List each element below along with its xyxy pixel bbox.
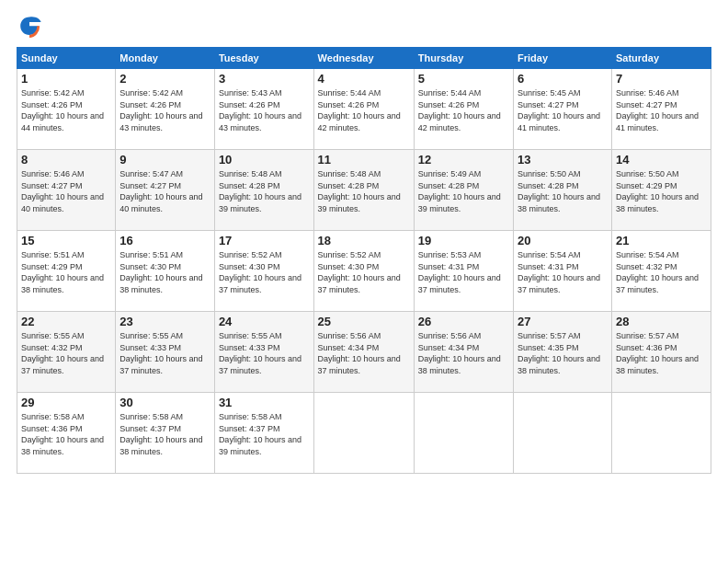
calendar-week-row: 22 Sunrise: 5:55 AMSunset: 4:32 PMDaylig… (17, 312, 711, 393)
day-number: 11 (318, 153, 410, 167)
calendar-cell: 27 Sunrise: 5:57 AMSunset: 4:35 PMDaylig… (514, 312, 612, 393)
calendar-cell: 20 Sunrise: 5:54 AMSunset: 4:31 PMDaylig… (514, 231, 612, 312)
calendar-cell: 29 Sunrise: 5:58 AMSunset: 4:36 PMDaylig… (17, 393, 116, 474)
day-info: Sunrise: 5:46 AMSunset: 4:27 PMDaylight:… (21, 169, 104, 213)
calendar-cell: 2 Sunrise: 5:42 AMSunset: 4:26 PMDayligh… (116, 69, 215, 150)
day-number: 3 (219, 72, 310, 86)
day-number: 18 (318, 234, 410, 247)
day-number: 31 (219, 396, 310, 409)
day-number: 7 (616, 72, 707, 86)
calendar-header-cell: Friday (514, 48, 612, 69)
day-info: Sunrise: 5:50 AMSunset: 4:29 PMDaylight:… (616, 169, 699, 213)
calendar-cell: 5 Sunrise: 5:44 AMSunset: 4:26 PMDayligh… (414, 69, 513, 150)
day-info: Sunrise: 5:50 AMSunset: 4:28 PMDaylight:… (518, 169, 600, 213)
day-number: 25 (318, 315, 410, 328)
calendar-cell: 6 Sunrise: 5:45 AMSunset: 4:27 PMDayligh… (514, 69, 612, 150)
calendar-cell (313, 393, 414, 474)
calendar-cell: 7 Sunrise: 5:46 AMSunset: 4:27 PMDayligh… (611, 69, 711, 150)
calendar-cell (611, 393, 711, 474)
day-info: Sunrise: 5:43 AMSunset: 4:26 PMDaylight:… (219, 88, 301, 132)
calendar-cell: 1 Sunrise: 5:42 AMSunset: 4:26 PMDayligh… (17, 69, 116, 150)
day-number: 15 (21, 234, 111, 247)
day-number: 4 (318, 72, 410, 86)
calendar-cell: 23 Sunrise: 5:55 AMSunset: 4:33 PMDaylig… (116, 312, 215, 393)
calendar-body: 1 Sunrise: 5:42 AMSunset: 4:26 PMDayligh… (17, 69, 711, 474)
day-info: Sunrise: 5:44 AMSunset: 4:26 PMDaylight:… (318, 88, 401, 132)
calendar-cell: 16 Sunrise: 5:51 AMSunset: 4:30 PMDaylig… (116, 231, 215, 312)
day-info: Sunrise: 5:42 AMSunset: 4:26 PMDaylight:… (21, 88, 104, 132)
day-info: Sunrise: 5:53 AMSunset: 4:31 PMDaylight:… (418, 250, 501, 294)
calendar-week-row: 15 Sunrise: 5:51 AMSunset: 4:29 PMDaylig… (17, 231, 711, 312)
day-number: 12 (418, 153, 509, 167)
calendar-cell: 4 Sunrise: 5:44 AMSunset: 4:26 PMDayligh… (313, 69, 414, 150)
day-number: 13 (518, 153, 608, 167)
calendar-cell (514, 393, 612, 474)
calendar-cell: 3 Sunrise: 5:43 AMSunset: 4:26 PMDayligh… (214, 69, 313, 150)
calendar-cell: 24 Sunrise: 5:55 AMSunset: 4:33 PMDaylig… (214, 312, 313, 393)
calendar-cell: 28 Sunrise: 5:57 AMSunset: 4:36 PMDaylig… (611, 312, 711, 393)
day-number: 16 (119, 234, 210, 247)
day-number: 22 (21, 315, 111, 328)
day-info: Sunrise: 5:48 AMSunset: 4:28 PMDaylight:… (219, 169, 301, 213)
calendar-cell: 10 Sunrise: 5:48 AMSunset: 4:28 PMDaylig… (214, 150, 313, 231)
day-info: Sunrise: 5:57 AMSunset: 4:36 PMDaylight:… (616, 331, 699, 375)
calendar-cell: 14 Sunrise: 5:50 AMSunset: 4:29 PMDaylig… (611, 150, 711, 231)
calendar-header-row: SundayMondayTuesdayWednesdayThursdayFrid… (17, 48, 711, 69)
day-info: Sunrise: 5:52 AMSunset: 4:30 PMDaylight:… (318, 250, 401, 294)
calendar-header-cell: Tuesday (214, 48, 313, 69)
day-info: Sunrise: 5:42 AMSunset: 4:26 PMDaylight:… (119, 88, 202, 132)
day-number: 20 (518, 234, 608, 247)
calendar-week-row: 29 Sunrise: 5:58 AMSunset: 4:36 PMDaylig… (17, 393, 711, 474)
day-number: 30 (119, 396, 210, 409)
day-info: Sunrise: 5:48 AMSunset: 4:28 PMDaylight:… (318, 169, 401, 213)
day-number: 9 (119, 153, 210, 167)
calendar-cell: 22 Sunrise: 5:55 AMSunset: 4:32 PMDaylig… (17, 312, 116, 393)
calendar-cell (414, 393, 513, 474)
day-number: 27 (518, 315, 608, 328)
calendar-header-cell: Saturday (611, 48, 711, 69)
day-number: 6 (518, 72, 608, 86)
day-info: Sunrise: 5:58 AMSunset: 4:36 PMDaylight:… (21, 412, 104, 456)
day-info: Sunrise: 5:57 AMSunset: 4:35 PMDaylight:… (518, 331, 600, 375)
page: SundayMondayTuesdayWednesdayThursdayFrid… (0, 0, 728, 563)
day-info: Sunrise: 5:54 AMSunset: 4:31 PMDaylight:… (518, 250, 600, 294)
calendar-cell: 8 Sunrise: 5:46 AMSunset: 4:27 PMDayligh… (17, 150, 116, 231)
day-number: 29 (21, 396, 111, 409)
logo-icon (17, 14, 42, 40)
calendar-week-row: 1 Sunrise: 5:42 AMSunset: 4:26 PMDayligh… (17, 69, 711, 150)
day-number: 8 (21, 153, 111, 167)
day-number: 14 (616, 153, 707, 167)
calendar-cell: 17 Sunrise: 5:52 AMSunset: 4:30 PMDaylig… (214, 231, 313, 312)
calendar-cell: 19 Sunrise: 5:53 AMSunset: 4:31 PMDaylig… (414, 231, 513, 312)
day-info: Sunrise: 5:51 AMSunset: 4:30 PMDaylight:… (119, 250, 202, 294)
day-number: 19 (418, 234, 509, 247)
day-number: 23 (119, 315, 210, 328)
day-info: Sunrise: 5:46 AMSunset: 4:27 PMDaylight:… (616, 88, 699, 132)
day-number: 2 (119, 72, 210, 86)
day-number: 10 (219, 153, 310, 167)
day-info: Sunrise: 5:54 AMSunset: 4:32 PMDaylight:… (616, 250, 699, 294)
day-number: 24 (219, 315, 310, 328)
calendar-cell: 13 Sunrise: 5:50 AMSunset: 4:28 PMDaylig… (514, 150, 612, 231)
day-info: Sunrise: 5:55 AMSunset: 4:33 PMDaylight:… (219, 331, 301, 375)
calendar-cell: 18 Sunrise: 5:52 AMSunset: 4:30 PMDaylig… (313, 231, 414, 312)
day-number: 5 (418, 72, 509, 86)
day-info: Sunrise: 5:56 AMSunset: 4:34 PMDaylight:… (418, 331, 501, 375)
day-info: Sunrise: 5:45 AMSunset: 4:27 PMDaylight:… (518, 88, 600, 132)
day-info: Sunrise: 5:58 AMSunset: 4:37 PMDaylight:… (219, 412, 301, 456)
calendar-cell: 31 Sunrise: 5:58 AMSunset: 4:37 PMDaylig… (214, 393, 313, 474)
day-info: Sunrise: 5:47 AMSunset: 4:27 PMDaylight:… (119, 169, 202, 213)
day-number: 1 (21, 72, 111, 86)
day-info: Sunrise: 5:51 AMSunset: 4:29 PMDaylight:… (21, 250, 104, 294)
calendar-header-cell: Wednesday (313, 48, 414, 69)
calendar-cell: 12 Sunrise: 5:49 AMSunset: 4:28 PMDaylig… (414, 150, 513, 231)
calendar-cell: 9 Sunrise: 5:47 AMSunset: 4:27 PMDayligh… (116, 150, 215, 231)
day-info: Sunrise: 5:55 AMSunset: 4:33 PMDaylight:… (119, 331, 202, 375)
calendar-table: SundayMondayTuesdayWednesdayThursdayFrid… (17, 47, 711, 474)
calendar-cell: 21 Sunrise: 5:54 AMSunset: 4:32 PMDaylig… (611, 231, 711, 312)
day-info: Sunrise: 5:55 AMSunset: 4:32 PMDaylight:… (21, 331, 104, 375)
day-info: Sunrise: 5:44 AMSunset: 4:26 PMDaylight:… (418, 88, 501, 132)
calendar-cell: 11 Sunrise: 5:48 AMSunset: 4:28 PMDaylig… (313, 150, 414, 231)
calendar-cell: 15 Sunrise: 5:51 AMSunset: 4:29 PMDaylig… (17, 231, 116, 312)
day-info: Sunrise: 5:49 AMSunset: 4:28 PMDaylight:… (418, 169, 501, 213)
